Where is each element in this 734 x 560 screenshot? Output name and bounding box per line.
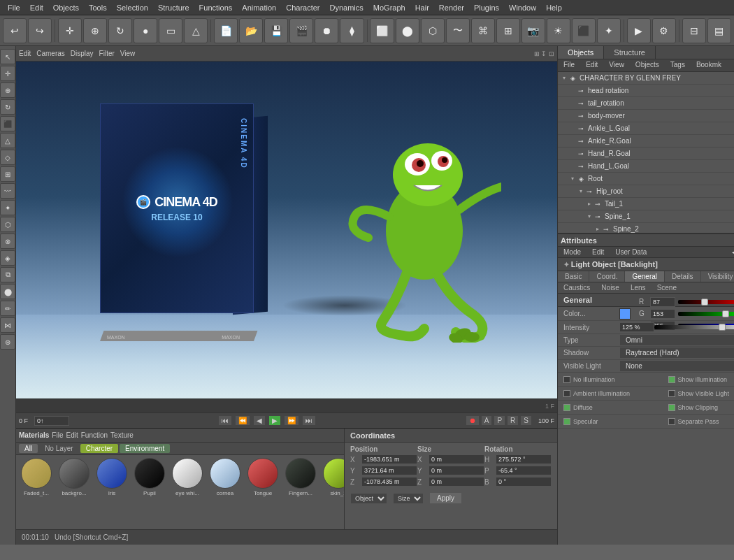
menu-tools[interactable]: Tools (84, 2, 112, 13)
key-pos[interactable]: P (494, 415, 505, 426)
expand-9[interactable]: ▾ (577, 188, 584, 194)
om-tags[interactable]: Tags (665, 59, 691, 71)
move-tool[interactable]: ✛ (58, 18, 82, 43)
goto-end[interactable]: ⏭ (302, 415, 316, 426)
key-scale[interactable]: S (520, 415, 532, 426)
viewport[interactable]: 🎬 CINEMA 4D RELEASE 10 CINEMA 4D MAXON M… (16, 62, 557, 399)
left-tool-1[interactable]: ↖ (0, 49, 15, 64)
light-tool[interactable]: ☀ (547, 18, 570, 43)
tree-item-4[interactable]: ⊸ Ankle_L.Goal (558, 122, 734, 135)
goto-start[interactable]: ⏮ (218, 415, 232, 426)
om-view[interactable]: View (603, 59, 630, 71)
g-slider[interactable] (678, 312, 734, 316)
visible-select[interactable]: None (619, 360, 734, 372)
attr-subtab-scene[interactable]: Scene (652, 282, 682, 293)
record-active[interactable]: ⏺ (315, 18, 338, 43)
pos-z[interactable] (361, 477, 417, 487)
poly-sel[interactable]: △ (184, 18, 208, 43)
vp-cameras[interactable]: Cameras (36, 50, 65, 57)
tree-item-7[interactable]: ⊸ Hand_L.Goal (558, 160, 734, 173)
play-fwd[interactable]: ▶ (268, 415, 281, 426)
material-item-4[interactable]: eye whi... (170, 458, 205, 526)
mat-menu-file[interactable]: File (52, 431, 63, 439)
tab-structure[interactable]: Structure (604, 46, 656, 59)
left-tool-8[interactable]: ⊞ (0, 166, 15, 182)
attr-subtab-noise[interactable]: Noise (596, 282, 625, 293)
layout2-button[interactable]: ▤ (707, 18, 731, 43)
menu-plugins[interactable]: Plugins (469, 2, 504, 13)
tree-item-11[interactable]: ▾ ⊸ Spine_1 (558, 210, 734, 223)
tree-item-5[interactable]: ⊸ Ankle_R.Goal (558, 135, 734, 148)
menu-file[interactable]: File (3, 2, 25, 13)
size-mode-select[interactable]: Size (393, 493, 424, 504)
left-tool-11[interactable]: ⬡ (0, 217, 15, 232)
left-tool-12[interactable]: ⊗ (0, 234, 15, 249)
menu-character[interactable]: Character (281, 2, 324, 13)
mat-menu-texture[interactable]: Texture (110, 431, 134, 439)
tree-item-6[interactable]: ⊸ Hand_R.Goal (558, 148, 734, 160)
tree-item-2[interactable]: ⊸ tail_rotation (558, 97, 734, 110)
left-tool-13[interactable]: ◈ (0, 250, 15, 266)
left-tool-16[interactable]: ✏ (0, 301, 15, 316)
left-tool-4[interactable]: ↻ (0, 99, 15, 115)
cylinder-tool[interactable]: ⬡ (421, 18, 445, 43)
left-tool-7[interactable]: ◇ (0, 150, 15, 165)
left-tool-14[interactable]: ⧉ (0, 267, 15, 282)
expand-8[interactable]: ▾ (569, 175, 576, 182)
menu-dynamics[interactable]: Dynamics (325, 2, 368, 13)
tab-objects[interactable]: Objects (558, 46, 604, 59)
apply-button[interactable]: Apply (429, 492, 462, 504)
vp-display[interactable]: Display (71, 50, 94, 57)
rect-sel[interactable]: ▭ (159, 18, 182, 43)
sphere-tool[interactable]: ⬤ (396, 18, 419, 43)
left-tool-5[interactable]: ⬛ (0, 116, 15, 131)
attr-mode[interactable]: Mode (558, 247, 587, 257)
floor-tool[interactable]: ⬛ (572, 18, 596, 43)
vp-edit[interactable]: Edit (19, 50, 31, 57)
mat-tab-nolayer[interactable]: No Layer (39, 444, 79, 453)
left-tool-6[interactable]: △ (0, 133, 15, 148)
om-file[interactable]: File (558, 59, 580, 71)
attr-subtab-caustics[interactable]: Caustics (558, 282, 596, 293)
specular-cb[interactable] (563, 418, 570, 425)
rotate-tool[interactable]: ↻ (108, 18, 132, 43)
material-item-0[interactable]: Faded_t... (19, 458, 54, 526)
array-tool[interactable]: ⊞ (496, 18, 520, 43)
attr-tab-basic[interactable]: Basic (558, 271, 589, 282)
left-tool-17[interactable]: ⋈ (0, 317, 15, 333)
new-scene[interactable]: 📄 (214, 18, 238, 43)
attr-nav-back[interactable]: ◀ (729, 247, 734, 257)
pos-x[interactable] (361, 454, 417, 464)
attr-tab-general[interactable]: General (625, 271, 665, 282)
menu-help[interactable]: Help (541, 2, 567, 13)
redo-button[interactable]: ↪ (28, 18, 52, 43)
auto-key[interactable]: A (481, 415, 493, 426)
camera-tool[interactable]: 📷 (521, 18, 545, 43)
coord-system-select[interactable]: Object (350, 493, 387, 504)
material-item-5[interactable]: cornea (208, 458, 243, 526)
tree-item-1[interactable]: ⊸ head rotation (558, 85, 734, 97)
key-rot[interactable]: R (507, 415, 519, 426)
menu-hair[interactable]: Hair (410, 2, 434, 13)
g-input[interactable] (650, 309, 675, 319)
no-illum-cb[interactable] (563, 376, 570, 383)
rot-p[interactable] (496, 466, 552, 475)
type-select[interactable]: Omni (619, 334, 734, 346)
live-sel[interactable]: ● (134, 18, 157, 43)
material-item-2[interactable]: Iris (94, 458, 129, 526)
r-input[interactable] (650, 297, 675, 307)
intensity-slider[interactable] (654, 325, 734, 329)
size-x[interactable] (429, 454, 484, 464)
vp-view[interactable]: View (120, 50, 136, 57)
left-tool-18[interactable]: ⊛ (0, 334, 15, 350)
show-vis-cb[interactable] (668, 390, 675, 397)
menu-selection[interactable]: Selection (112, 2, 153, 13)
show-illum-cb[interactable] (668, 376, 675, 383)
mat-menu-edit[interactable]: Edit (66, 431, 78, 439)
r-slider[interactable] (678, 300, 734, 304)
step-back[interactable]: ⏪ (235, 415, 250, 426)
intensity-input[interactable] (619, 322, 654, 332)
deformer-tool[interactable]: ⌘ (471, 18, 495, 43)
mat-tab-character[interactable]: Charcter (80, 444, 118, 453)
om-edit[interactable]: Edit (580, 59, 603, 71)
